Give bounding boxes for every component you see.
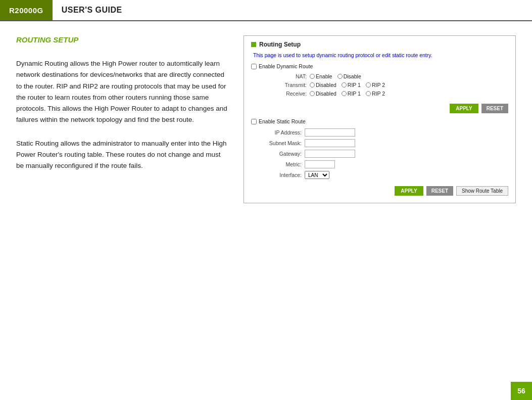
metric-row: Metric:	[251, 160, 508, 168]
receive-disabled-radio[interactable]	[310, 91, 315, 96]
nat-disable-radio[interactable]	[337, 74, 343, 79]
header: R20000G USER'S GUIDE	[0, 0, 532, 21]
transmit-disabled-radio[interactable]	[310, 82, 315, 87]
gateway-input[interactable]	[305, 150, 355, 158]
panel-header-icon	[251, 42, 256, 47]
static-apply-button[interactable]: APPLY	[395, 186, 423, 196]
ip-address-row: IP Address:	[251, 128, 508, 137]
subnet-mask-label: Subnet Mask:	[261, 140, 302, 146]
receive-label: Receive:	[271, 91, 307, 97]
subnet-mask-input[interactable]	[305, 139, 355, 147]
interface-select[interactable]: LAN WAN	[305, 171, 329, 179]
receive-row: Receive: Disabled RIP 1 RIP 2	[251, 91, 508, 97]
panel-header: Routing Setup	[251, 41, 508, 48]
receive-rip1-radio[interactable]	[342, 91, 347, 96]
subnet-mask-row: Subnet Mask:	[251, 139, 508, 147]
dynamic-route-section: Enable Dynamic Route NAT: Enable Disable	[251, 63, 508, 113]
static-route-section: Enable Static Route IP Address: Subnet M…	[251, 118, 508, 196]
nat-radio-group: Enable Disable	[310, 73, 361, 79]
nat-enable-label[interactable]: Enable	[310, 73, 332, 79]
paragraph-1: Dynamic Routing allows the High Power ro…	[16, 58, 228, 126]
transmit-rip2-radio[interactable]	[366, 82, 371, 87]
metric-label: Metric:	[261, 161, 302, 167]
receive-disabled-label[interactable]: Disabled	[310, 91, 336, 97]
transmit-radio-group: Disabled RIP 1 RIP 2	[310, 82, 385, 88]
transmit-rip1-radio[interactable]	[342, 82, 347, 87]
metric-input[interactable]	[305, 160, 335, 168]
receive-rip2-label[interactable]: RIP 2	[366, 91, 385, 97]
enable-dynamic-route-label[interactable]: Enable Dynamic Route	[251, 63, 508, 69]
page-number: 56	[511, 382, 532, 400]
panel-desc: This page is used to setup dynamic routi…	[253, 52, 508, 58]
routing-panel: Routing Setup This page is used to setup…	[244, 35, 516, 203]
transmit-label: Transmit:	[271, 82, 307, 88]
dynamic-apply-button[interactable]: APPLY	[450, 104, 478, 113]
static-btn-row: APPLY RESET Show Route Table	[251, 186, 508, 196]
transmit-rip1-label[interactable]: RIP 1	[342, 82, 361, 88]
dynamic-btn-row: APPLY RESET	[251, 104, 508, 113]
paragraph-2: Static Routing allows the administrator …	[16, 138, 228, 172]
nat-disable-label[interactable]: Disable	[337, 73, 361, 79]
ip-address-input[interactable]	[305, 128, 355, 137]
gateway-label: Gateway:	[261, 151, 302, 157]
section-title: ROUTING SETUP	[16, 35, 228, 44]
enable-dynamic-route-checkbox[interactable]	[251, 64, 257, 69]
interface-label: Interface:	[261, 172, 302, 178]
text-column: ROUTING SETUP Dynamic Routing allows the…	[16, 35, 228, 203]
receive-rip2-radio[interactable]	[366, 91, 371, 96]
transmit-row: Transmit: Disabled RIP 1 RIP 2	[251, 82, 508, 88]
transmit-disabled-label[interactable]: Disabled	[310, 82, 336, 88]
nat-enable-radio[interactable]	[310, 74, 315, 79]
page-body: ROUTING SETUP Dynamic Routing allows the…	[0, 21, 532, 203]
transmit-rip2-label[interactable]: RIP 2	[366, 82, 385, 88]
ip-address-label: IP Address:	[261, 129, 302, 136]
gateway-row: Gateway:	[251, 150, 508, 158]
interface-row: Interface: LAN WAN	[251, 171, 508, 179]
dynamic-reset-button[interactable]: RESET	[481, 104, 508, 113]
show-route-table-button[interactable]: Show Route Table	[456, 186, 508, 196]
panel-header-text: Routing Setup	[259, 41, 301, 48]
nat-row: NAT: Enable Disable	[251, 73, 508, 79]
enable-static-route-checkbox[interactable]	[251, 119, 257, 124]
nat-label: NAT:	[271, 73, 307, 79]
guide-title: USER'S GUIDE	[53, 6, 122, 15]
enable-static-route-label[interactable]: Enable Static Route	[251, 118, 508, 124]
receive-radio-group: Disabled RIP 1 RIP 2	[310, 91, 385, 97]
receive-rip1-label[interactable]: RIP 1	[342, 91, 361, 97]
static-reset-button[interactable]: RESET	[426, 186, 453, 196]
brand-label: R20000G	[0, 0, 53, 20]
